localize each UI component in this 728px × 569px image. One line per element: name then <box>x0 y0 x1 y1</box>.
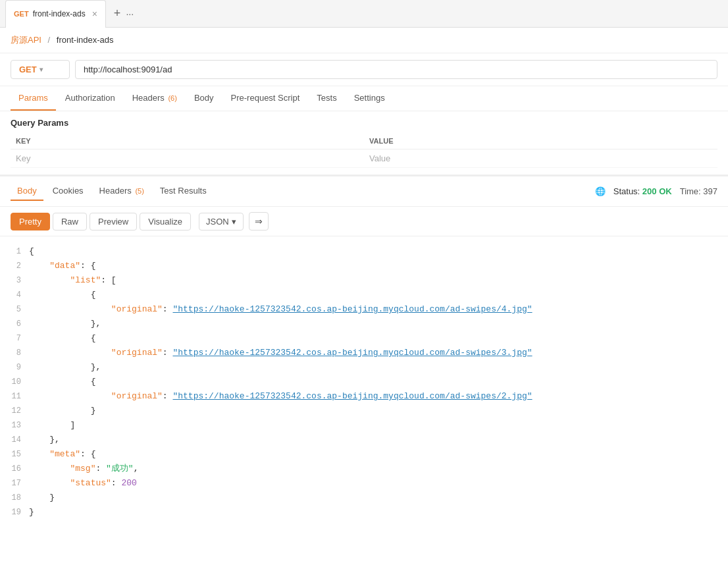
tab-params[interactable]: Params <box>11 86 56 111</box>
json-brace: }, <box>91 319 101 329</box>
resp-tab-headers[interactable]: Headers (5) <box>93 182 151 201</box>
json-punct: : { <box>80 261 95 271</box>
json-key: "original" <box>111 391 163 401</box>
breadcrumb-separator: / <box>48 35 51 45</box>
json-key: "meta" <box>49 449 80 459</box>
wrap-button[interactable]: ⇒ <box>249 212 269 230</box>
more-tabs-button[interactable]: ··· <box>126 9 134 19</box>
line-number: 15 <box>5 447 29 462</box>
json-format-select[interactable]: JSON ▾ <box>199 213 244 230</box>
line-number: 5 <box>5 302 29 317</box>
line-content: "original": "https://haoke-1257323542.co… <box>29 389 723 404</box>
code-line: 18 } <box>0 491 728 505</box>
add-tab-button[interactable]: + <box>109 7 126 20</box>
json-link[interactable]: "https://haoke-1257323542.cos.ap-beijing… <box>172 304 532 314</box>
raw-button[interactable]: Raw <box>53 213 87 230</box>
code-line: 15 "meta": { <box>0 447 728 462</box>
response-status: 🌐 Status: 200 OK Time: 397 <box>595 186 717 196</box>
tab-pre-request-script[interactable]: Pre-request Script <box>223 86 308 111</box>
resp-tab-cookies[interactable]: Cookies <box>46 182 90 201</box>
line-content: "list": [ <box>29 273 723 288</box>
tab-authorization[interactable]: Authorization <box>57 86 123 111</box>
json-brace: } <box>49 493 55 502</box>
resp-tab-test-results[interactable]: Test Results <box>153 182 213 201</box>
json-arrow-icon: ▾ <box>232 217 236 227</box>
code-line: 17 "status": 200 <box>0 476 728 491</box>
tab-headers[interactable]: Headers (6) <box>124 86 185 111</box>
line-number: 9 <box>5 360 29 375</box>
code-line: 7 { <box>0 331 728 346</box>
line-number: 6 <box>5 317 29 331</box>
json-brace: { <box>91 290 96 300</box>
code-line: 6 }, <box>0 317 728 331</box>
code-line: 19} <box>0 505 728 520</box>
json-brace: }, <box>91 362 101 372</box>
json-brace: } <box>91 406 96 416</box>
breadcrumb-current: front-index-ads <box>57 35 114 45</box>
line-content: } <box>29 491 723 505</box>
visualize-button[interactable]: Visualize <box>140 213 191 230</box>
format-bar: Pretty Raw Preview Visualize JSON ▾ ⇒ <box>0 207 728 236</box>
query-params-section: Query Params KEY VALUE Key Value <box>0 111 728 175</box>
line-number: 8 <box>5 346 29 360</box>
json-number: 200 <box>121 478 136 488</box>
line-content: } <box>29 404 723 418</box>
json-punct: : <box>163 348 173 358</box>
line-number: 1 <box>5 244 29 259</box>
line-content: { <box>29 331 723 346</box>
response-time: Time: 397 <box>680 186 717 196</box>
tab-settings[interactable]: Settings <box>346 86 393 111</box>
code-line: 2 "data": { <box>0 259 728 273</box>
code-line: 8 "original": "https://haoke-1257323542.… <box>0 346 728 360</box>
breadcrumb-api[interactable]: 房源API <box>11 35 41 45</box>
json-key: "msg" <box>70 464 95 474</box>
line-content: }, <box>29 360 723 375</box>
json-punct: : <box>111 478 122 488</box>
json-key: "original" <box>111 348 163 358</box>
tab-body[interactable]: Body <box>186 86 222 111</box>
preview-button[interactable]: Preview <box>90 213 137 230</box>
params-table: KEY VALUE Key Value <box>11 133 717 168</box>
json-key: "data" <box>49 261 80 271</box>
line-number: 3 <box>5 273 29 288</box>
line-number: 18 <box>5 491 29 505</box>
json-link[interactable]: "https://haoke-1257323542.cos.ap-beijing… <box>172 348 532 358</box>
line-content: } <box>29 505 723 520</box>
method-arrow-icon: ▾ <box>39 66 43 73</box>
line-number: 14 <box>5 433 29 447</box>
line-content: ] <box>29 418 723 433</box>
key-placeholder[interactable]: Key <box>11 149 364 168</box>
value-placeholder[interactable]: Value <box>364 149 717 168</box>
line-content: "status": 200 <box>29 476 723 491</box>
active-tab[interactable]: GET front-index-ads × <box>5 0 106 28</box>
json-link[interactable]: "https://haoke-1257323542.cos.ap-beijing… <box>172 391 532 401</box>
key-column-header: KEY <box>11 133 364 149</box>
method-select[interactable]: GET ▾ <box>11 60 70 79</box>
code-line: 1{ <box>0 244 728 259</box>
tab-method-badge: GET <box>14 10 29 18</box>
json-string: "成功" <box>106 464 134 474</box>
json-punct: : <box>95 464 106 474</box>
tab-title: front-index-ads <box>33 9 86 18</box>
tab-tests[interactable]: Tests <box>309 86 344 111</box>
line-number: 16 <box>5 462 29 476</box>
code-line: 14 }, <box>0 433 728 447</box>
line-number: 17 <box>5 476 29 491</box>
line-number: 19 <box>5 505 29 520</box>
json-punct: : [ <box>101 275 116 285</box>
line-number: 4 <box>5 288 29 302</box>
line-content: "meta": { <box>29 447 723 462</box>
url-input[interactable] <box>75 60 717 79</box>
tab-close-button[interactable]: × <box>92 9 97 19</box>
code-line: 3 "list": [ <box>0 273 728 288</box>
pretty-button[interactable]: Pretty <box>11 213 50 230</box>
query-params-title: Query Params <box>11 118 717 128</box>
json-punct: : { <box>80 449 95 459</box>
globe-icon: 🌐 <box>595 186 606 196</box>
breadcrumb: 房源API / front-index-ads <box>0 28 728 53</box>
line-content: }, <box>29 317 723 331</box>
line-content: }, <box>29 433 723 447</box>
json-key: "list" <box>70 275 101 285</box>
line-number: 13 <box>5 418 29 433</box>
resp-tab-body[interactable]: Body <box>11 182 43 201</box>
